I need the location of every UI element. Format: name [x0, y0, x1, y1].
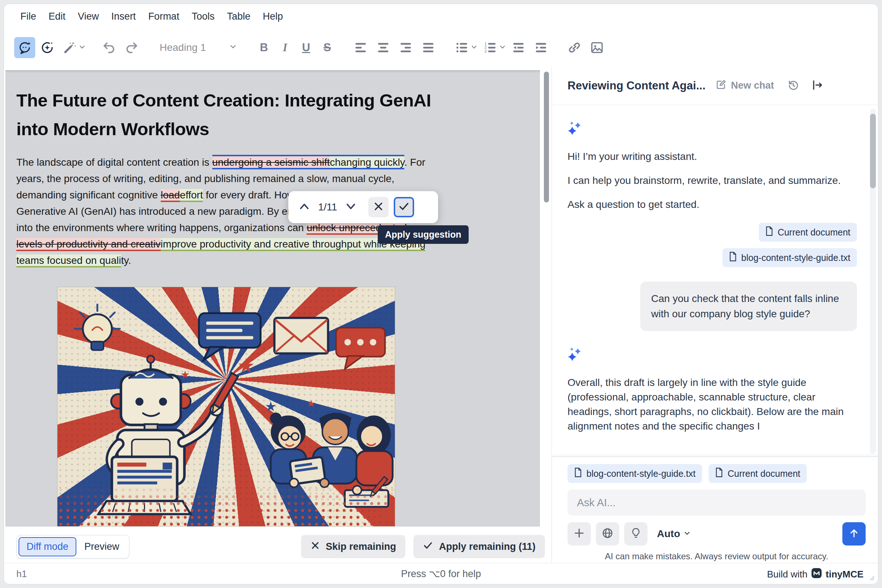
numbered-list-button[interactable]: 1 2 3 [479, 37, 500, 58]
link-icon [567, 40, 582, 55]
context-chip-current-document[interactable]: Current document [759, 223, 857, 242]
apply-remaining-button[interactable]: Apply remaining (11) [413, 535, 545, 558]
menu-view[interactable]: View [72, 8, 105, 25]
editor-scrollbar[interactable] [544, 72, 549, 202]
menu-tools[interactable]: Tools [185, 8, 221, 25]
ai-shortcuts-button[interactable] [37, 37, 58, 58]
previous-suggestion-button[interactable] [297, 197, 312, 218]
chat-history-button[interactable] [787, 79, 799, 93]
align-justify-button[interactable] [418, 37, 439, 58]
assistant-response: Overall, this draft is largely in line w… [568, 375, 857, 434]
next-suggestion-button[interactable] [344, 197, 358, 218]
apply-remaining-label: Apply remaining (11) [439, 541, 535, 552]
image-icon [590, 40, 604, 55]
input-chip-current-document[interactable]: Current document [709, 464, 807, 483]
block-format-value: Heading 1 [159, 42, 229, 53]
send-arrow-icon [848, 527, 860, 540]
resize-grip-icon[interactable] [867, 573, 875, 582]
align-center-icon [376, 41, 390, 54]
ai-sparkle-circle-icon [40, 40, 54, 55]
indent-icon [534, 41, 548, 54]
ai-assistant-button[interactable] [14, 37, 35, 58]
menu-help[interactable]: Help [257, 8, 289, 25]
preview-tab[interactable]: Preview [77, 537, 127, 556]
apply-suggestion-button[interactable] [394, 197, 414, 218]
context-chip-style-guide[interactable]: blog-content-style-guide.txt [723, 248, 857, 267]
brand-name[interactable]: tinyMCE [826, 569, 864, 580]
send-button[interactable] [842, 522, 865, 546]
menubar: File Edit View Insert Format Tools Table… [4, 4, 878, 29]
numbered-list-icon: 1 2 3 [483, 41, 497, 54]
diff-insertion-selected[interactable]: changing quickly [330, 155, 404, 170]
suggestion-navigator-popup: 1/11 [288, 191, 438, 223]
redo-button[interactable] [121, 37, 142, 58]
paragraph-text: ty. [121, 255, 131, 266]
statusbar: h1 Press ⌥0 for help Build with tinyMCE [4, 563, 878, 584]
close-panel-button[interactable] [811, 79, 823, 93]
indent-button[interactable] [530, 37, 551, 58]
conversation-title: Reviewing Content Agai... [568, 79, 706, 92]
globe-icon [602, 527, 613, 540]
bullet-list-icon [455, 41, 469, 54]
input-chip-style-guide[interactable]: blog-content-style-guide.txt [568, 464, 702, 483]
model-selector[interactable]: Auto [657, 528, 691, 540]
chat-scroll-area[interactable]: Hi! I’m your writing assistant. I can he… [552, 105, 866, 456]
underline-button[interactable]: U [296, 37, 317, 58]
outdent-button[interactable] [508, 37, 529, 58]
chip-label: blog-content-style-guide.txt [586, 468, 696, 479]
chevron-down-icon [229, 42, 237, 53]
chat-scrollbar-thumb[interactable] [870, 114, 876, 188]
plus-icon [573, 527, 585, 540]
chevron-down-icon[interactable] [78, 43, 86, 52]
add-attachment-button[interactable] [568, 522, 591, 546]
diff-insertion[interactable]: effort [180, 189, 203, 202]
web-search-button[interactable] [596, 522, 619, 546]
undo-button[interactable] [99, 37, 120, 58]
menu-table[interactable]: Table [221, 8, 257, 25]
tinymce-logo-icon [811, 568, 822, 581]
document-title[interactable]: The Future of Content Creation: Integrat… [17, 86, 438, 144]
undo-icon [102, 40, 116, 55]
strikethrough-button[interactable]: S [317, 37, 338, 58]
align-right-button[interactable] [395, 37, 416, 58]
magic-wand-button[interactable] [59, 37, 80, 58]
history-icon [787, 86, 799, 92]
align-left-button[interactable] [350, 37, 371, 58]
menu-file[interactable]: File [14, 8, 42, 25]
model-label: Auto [657, 528, 680, 540]
block-format-select[interactable]: Heading 1 [155, 37, 241, 58]
diff-mode-tab[interactable]: Diff mode [18, 537, 77, 556]
align-center-button[interactable] [373, 37, 394, 58]
document-illustration[interactable] [57, 287, 395, 526]
link-button[interactable] [564, 37, 585, 58]
toolbar: Heading 1 B I U S [4, 29, 878, 66]
compose-icon [716, 79, 727, 92]
editor-canvas[interactable]: The Future of Content Creation: Integrat… [6, 70, 540, 526]
diff-deletion-selected[interactable]: undergoing a seismic shift [212, 155, 330, 170]
menu-format[interactable]: Format [142, 8, 186, 25]
suggestions-button[interactable] [624, 522, 648, 546]
image-button[interactable] [586, 37, 607, 58]
menu-edit[interactable]: Edit [42, 8, 72, 25]
reject-suggestion-button[interactable] [368, 197, 389, 218]
chevron-down-icon[interactable] [499, 43, 506, 52]
bold-button[interactable]: B [253, 37, 275, 58]
diff-deletion[interactable]: load [161, 189, 180, 202]
skip-remaining-button[interactable]: Skip remaining [301, 535, 406, 558]
halftone-dot-band [57, 486, 395, 526]
view-mode-toggle: Diff mode Preview [17, 535, 129, 559]
chevron-down-icon[interactable] [470, 43, 478, 52]
outdent-icon [512, 41, 525, 54]
assistant-header: Reviewing Content Agai... New chat [552, 66, 878, 105]
ask-ai-input[interactable] [568, 489, 865, 516]
menu-insert[interactable]: Insert [105, 8, 142, 25]
suggestion-counter: 1/11 [318, 201, 337, 213]
panel-close-icon [811, 86, 823, 92]
new-chat-button[interactable]: New chat [716, 79, 774, 92]
redo-icon [124, 40, 139, 55]
chevron-down-icon [345, 201, 357, 213]
italic-button[interactable]: I [275, 37, 296, 58]
assistant-greeting-line: Ask a question to get started. [568, 197, 857, 212]
document-icon [729, 252, 737, 264]
bullet-list-button[interactable] [451, 37, 472, 58]
